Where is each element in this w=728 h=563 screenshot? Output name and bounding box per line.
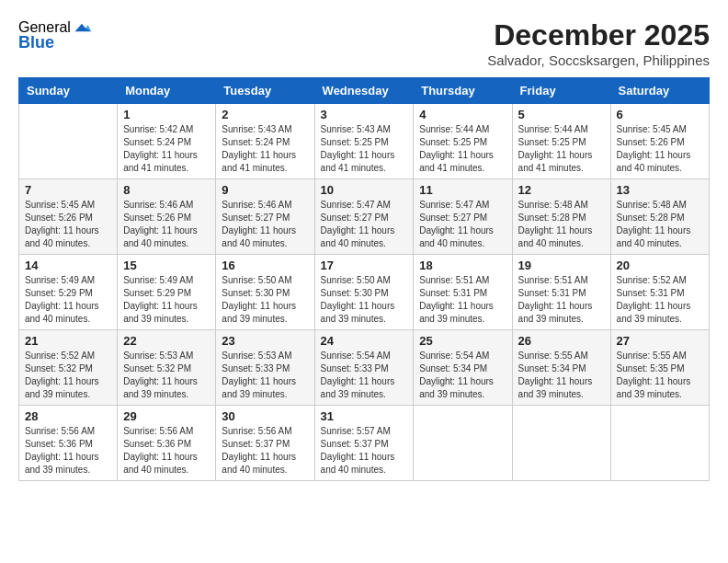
cell-day-number: 29: [123, 409, 210, 423]
calendar-week-row: 21Sunrise: 5:52 AM Sunset: 5:32 PM Dayli…: [19, 330, 710, 406]
cell-info: Sunrise: 5:46 AM Sunset: 5:26 PM Dayligh…: [123, 199, 210, 250]
cell-day-number: 4: [419, 108, 506, 121]
table-row: 21Sunrise: 5:52 AM Sunset: 5:32 PM Dayli…: [19, 330, 118, 406]
cell-info: Sunrise: 5:50 AM Sunset: 5:30 PM Dayligh…: [222, 274, 308, 326]
table-row: 25Sunrise: 5:54 AM Sunset: 5:34 PM Dayli…: [414, 330, 512, 406]
header-wednesday: Wednesday: [314, 78, 414, 104]
table-row: 8Sunrise: 5:46 AM Sunset: 5:26 PM Daylig…: [118, 179, 216, 255]
cell-info: Sunrise: 5:42 AM Sunset: 5:24 PM Dayligh…: [123, 123, 210, 175]
table-row: 12Sunrise: 5:48 AM Sunset: 5:28 PM Dayli…: [512, 179, 610, 255]
cell-info: Sunrise: 5:56 AM Sunset: 5:36 PM Dayligh…: [25, 425, 111, 477]
cell-info: Sunrise: 5:54 AM Sunset: 5:33 PM Dayligh…: [321, 350, 408, 401]
table-row: 9Sunrise: 5:46 AM Sunset: 5:27 PM Daylig…: [216, 179, 314, 255]
cell-day-number: 26: [518, 334, 605, 348]
header-monday: Monday: [118, 78, 216, 104]
table-row: [19, 104, 118, 179]
cell-day-number: 24: [321, 334, 408, 348]
cell-info: Sunrise: 5:51 AM Sunset: 5:31 PM Dayligh…: [419, 274, 506, 326]
cell-info: Sunrise: 5:47 AM Sunset: 5:27 PM Dayligh…: [419, 199, 506, 250]
cell-day-number: 17: [321, 259, 408, 272]
table-row: 22Sunrise: 5:53 AM Sunset: 5:32 PM Dayli…: [118, 330, 216, 406]
cell-info: Sunrise: 5:54 AM Sunset: 5:34 PM Dayligh…: [419, 350, 506, 401]
cell-info: Sunrise: 5:56 AM Sunset: 5:37 PM Dayligh…: [222, 425, 308, 477]
table-row: 16Sunrise: 5:50 AM Sunset: 5:30 PM Dayli…: [216, 255, 314, 330]
cell-info: Sunrise: 5:57 AM Sunset: 5:37 PM Dayligh…: [321, 425, 408, 477]
cell-day-number: 20: [617, 259, 703, 272]
table-row: 13Sunrise: 5:48 AM Sunset: 5:28 PM Dayli…: [610, 179, 709, 255]
table-row: 5Sunrise: 5:44 AM Sunset: 5:25 PM Daylig…: [512, 104, 610, 179]
cell-day-number: 15: [123, 259, 210, 272]
logo: General Blue: [18, 18, 91, 52]
table-row: 14Sunrise: 5:49 AM Sunset: 5:29 PM Dayli…: [19, 255, 118, 330]
cell-info: Sunrise: 5:50 AM Sunset: 5:30 PM Dayligh…: [321, 274, 408, 326]
table-row: 6Sunrise: 5:45 AM Sunset: 5:26 PM Daylig…: [610, 104, 709, 179]
table-row: 23Sunrise: 5:53 AM Sunset: 5:33 PM Dayli…: [216, 330, 314, 406]
cell-info: Sunrise: 5:56 AM Sunset: 5:36 PM Dayligh…: [123, 425, 210, 477]
cell-info: Sunrise: 5:53 AM Sunset: 5:32 PM Dayligh…: [123, 350, 210, 401]
cell-day-number: 5: [518, 108, 605, 121]
table-row: 29Sunrise: 5:56 AM Sunset: 5:36 PM Dayli…: [118, 406, 216, 481]
table-row: 28Sunrise: 5:56 AM Sunset: 5:36 PM Dayli…: [19, 406, 118, 481]
table-row: [512, 406, 610, 481]
table-row: 24Sunrise: 5:54 AM Sunset: 5:33 PM Dayli…: [314, 330, 414, 406]
table-row: 2Sunrise: 5:43 AM Sunset: 5:24 PM Daylig…: [216, 104, 314, 179]
cell-day-number: 28: [25, 409, 111, 423]
cell-day-number: 25: [419, 334, 506, 348]
cell-info: Sunrise: 5:49 AM Sunset: 5:29 PM Dayligh…: [25, 274, 111, 326]
cell-day-number: 9: [222, 183, 308, 197]
table-row: 19Sunrise: 5:51 AM Sunset: 5:31 PM Dayli…: [512, 255, 610, 330]
month-title: December 2025: [487, 18, 710, 52]
cell-info: Sunrise: 5:53 AM Sunset: 5:33 PM Dayligh…: [222, 350, 308, 401]
header-tuesday: Tuesday: [216, 78, 314, 104]
location-title: Salvador, Soccsksargen, Philippines: [487, 52, 710, 68]
table-row: 7Sunrise: 5:45 AM Sunset: 5:26 PM Daylig…: [19, 179, 118, 255]
cell-info: Sunrise: 5:46 AM Sunset: 5:27 PM Dayligh…: [222, 199, 308, 250]
cell-day-number: 16: [222, 259, 308, 272]
calendar-week-row: 7Sunrise: 5:45 AM Sunset: 5:26 PM Daylig…: [19, 179, 710, 255]
cell-day-number: 3: [321, 108, 408, 121]
cell-day-number: 21: [25, 334, 111, 348]
cell-day-number: 8: [123, 183, 210, 197]
cell-day-number: 31: [321, 409, 408, 423]
table-row: [414, 406, 512, 481]
table-row: 27Sunrise: 5:55 AM Sunset: 5:35 PM Dayli…: [610, 330, 709, 406]
header-sunday: Sunday: [19, 78, 118, 104]
table-row: [610, 406, 709, 481]
cell-day-number: 10: [321, 183, 408, 197]
cell-info: Sunrise: 5:44 AM Sunset: 5:25 PM Dayligh…: [518, 123, 605, 175]
cell-day-number: 30: [222, 409, 308, 423]
table-row: 20Sunrise: 5:52 AM Sunset: 5:31 PM Dayli…: [610, 255, 709, 330]
logo-icon: [73, 18, 91, 37]
header-thursday: Thursday: [414, 78, 512, 104]
title-section: December 2025 Salvador, Soccsksargen, Ph…: [487, 18, 710, 68]
cell-day-number: 11: [419, 183, 506, 197]
cell-info: Sunrise: 5:43 AM Sunset: 5:25 PM Dayligh…: [321, 123, 408, 175]
cell-info: Sunrise: 5:55 AM Sunset: 5:34 PM Dayligh…: [518, 350, 605, 401]
table-row: 4Sunrise: 5:44 AM Sunset: 5:25 PM Daylig…: [414, 104, 512, 179]
table-row: 31Sunrise: 5:57 AM Sunset: 5:37 PM Dayli…: [314, 406, 414, 481]
table-row: 26Sunrise: 5:55 AM Sunset: 5:34 PM Dayli…: [512, 330, 610, 406]
table-row: 30Sunrise: 5:56 AM Sunset: 5:37 PM Dayli…: [216, 406, 314, 481]
calendar-week-row: 1Sunrise: 5:42 AM Sunset: 5:24 PM Daylig…: [19, 104, 710, 179]
table-row: 18Sunrise: 5:51 AM Sunset: 5:31 PM Dayli…: [414, 255, 512, 330]
cell-day-number: 1: [123, 108, 210, 121]
cell-info: Sunrise: 5:49 AM Sunset: 5:29 PM Dayligh…: [123, 274, 210, 326]
cell-info: Sunrise: 5:45 AM Sunset: 5:26 PM Dayligh…: [617, 123, 703, 175]
table-row: 1Sunrise: 5:42 AM Sunset: 5:24 PM Daylig…: [118, 104, 216, 179]
cell-day-number: 7: [25, 183, 111, 197]
cell-day-number: 14: [25, 259, 111, 272]
cell-info: Sunrise: 5:51 AM Sunset: 5:31 PM Dayligh…: [518, 274, 605, 326]
cell-info: Sunrise: 5:47 AM Sunset: 5:27 PM Dayligh…: [321, 199, 408, 250]
cell-info: Sunrise: 5:52 AM Sunset: 5:32 PM Dayligh…: [25, 350, 111, 401]
cell-day-number: 23: [222, 334, 308, 348]
cell-day-number: 18: [419, 259, 506, 272]
cell-info: Sunrise: 5:52 AM Sunset: 5:31 PM Dayligh…: [617, 274, 703, 326]
cell-day-number: 12: [518, 183, 605, 197]
cell-info: Sunrise: 5:45 AM Sunset: 5:26 PM Dayligh…: [25, 199, 111, 250]
cell-day-number: 19: [518, 259, 605, 272]
logo-blue-text: Blue: [18, 33, 54, 52]
calendar-week-row: 14Sunrise: 5:49 AM Sunset: 5:29 PM Dayli…: [19, 255, 710, 330]
cell-info: Sunrise: 5:48 AM Sunset: 5:28 PM Dayligh…: [518, 199, 605, 250]
cell-day-number: 22: [123, 334, 210, 348]
cell-day-number: 27: [617, 334, 703, 348]
